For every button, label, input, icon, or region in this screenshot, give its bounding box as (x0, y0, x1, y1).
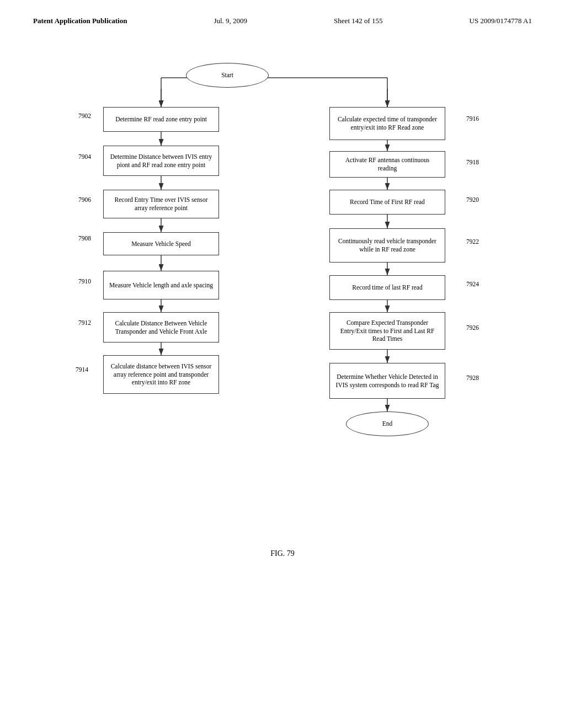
node-7910: Measure Vehicle length and axle spacing (103, 271, 219, 299)
node-7916: Calculate expected time of transponder e… (329, 107, 445, 140)
node-7928: Determine Whether Vehicle Detected in IV… (329, 363, 445, 399)
label-7910: 7910 (78, 278, 91, 285)
publication-label: Patent Application Publication (33, 17, 127, 25)
label-7920: 7920 (466, 196, 479, 203)
figure-label: FIG. 79 (33, 549, 532, 558)
flowchart: Start 7902 Determine RF read zone entry … (45, 58, 520, 533)
label-7924: 7924 (466, 281, 479, 287)
node-7920: Record Time of First RF read (329, 190, 445, 215)
node-7914: Calculate distance between IVIS sensor a… (103, 355, 219, 394)
node-7906: Record Entry Time over IVIS sensor array… (103, 190, 219, 218)
date-label: Jul. 9, 2009 (214, 17, 247, 25)
label-7912: 7912 (78, 319, 91, 326)
node-7912: Calculate Distance Between Vehicle Trans… (103, 312, 219, 342)
label-7904: 7904 (78, 153, 91, 160)
page-header: Patent Application Publication Jul. 9, 2… (33, 17, 532, 25)
diagram-area: Start 7902 Determine RF read zone entry … (33, 58, 532, 533)
node-7922: Continuously read vehicle transponder wh… (329, 228, 445, 263)
label-7918: 7918 (466, 159, 479, 165)
sheet-label: Sheet 142 of 155 (334, 17, 382, 25)
end-node: End (346, 411, 429, 436)
label-7902: 7902 (78, 113, 91, 119)
node-7926: Compare Expected Transponder Entry/Exit … (329, 312, 445, 350)
label-7922: 7922 (466, 238, 479, 245)
node-7904: Determine Distance between IVIS entry pi… (103, 146, 219, 176)
label-7914: 7914 (76, 366, 88, 373)
patent-label: US 2009/0174778 A1 (470, 17, 532, 25)
label-7926: 7926 (466, 324, 479, 331)
label-7928: 7928 (466, 374, 479, 381)
label-7916: 7916 (466, 115, 479, 122)
page: Patent Application Publication Jul. 9, 2… (0, 0, 565, 728)
label-7908: 7908 (78, 235, 91, 242)
node-7908: Measure Vehicle Speed (103, 232, 219, 255)
node-7918: Activate RF antennas continuous reading (329, 151, 445, 178)
start-node: Start (186, 63, 269, 88)
label-7906: 7906 (78, 196, 91, 203)
node-7924: Record time of last RF read (329, 275, 445, 300)
node-7902: Determine RF read zone entry point (103, 107, 219, 132)
